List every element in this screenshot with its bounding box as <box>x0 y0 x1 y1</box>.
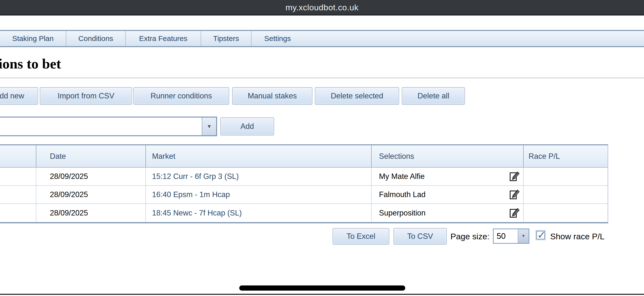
column-header-market: Market <box>146 145 372 167</box>
tab-staking-plan[interactable]: Staking Plan <box>0 31 66 46</box>
bottom-edge-line <box>0 294 644 295</box>
table-row: 28/09/2025 16:40 Epsm - 1m Hcap Falmouth… <box>0 186 608 204</box>
button-label: To CSV <box>407 232 433 241</box>
tab-label: Conditions <box>78 34 113 43</box>
column-header-race-pl: Race P/L <box>524 145 608 167</box>
selection-combobox-input[interactable] <box>0 118 216 135</box>
selection-text: Superposition <box>379 209 426 218</box>
table-row: 28/09/2025 15:12 Curr - 6f Grp 3 (SL) My… <box>0 168 608 186</box>
tab-extra-features[interactable]: Extra Features <box>126 31 201 46</box>
tab-label: Tipsters <box>213 34 239 43</box>
market-link[interactable]: 15:12 Curr - 6f Grp 3 (SL) <box>152 172 239 181</box>
to-csv-button[interactable]: To CSV <box>394 228 447 245</box>
tab-label: Staking Plan <box>12 34 54 43</box>
column-header-checkbox <box>0 145 36 167</box>
title-divider <box>0 77 644 78</box>
show-race-pl-label: Show race P/L <box>550 228 604 245</box>
selection-text: My Mate Alfie <box>379 172 425 181</box>
button-label: Delete selected <box>331 92 384 100</box>
show-race-pl-checkbox[interactable]: ✓ <box>536 231 545 239</box>
date-cell: 28/09/2025 <box>36 186 146 204</box>
edit-selection-icon[interactable] <box>509 189 520 200</box>
page-size-dropdown-button[interactable]: ▼ <box>518 229 528 243</box>
checkbox-cell <box>0 204 36 222</box>
tab-label: Settings <box>264 34 291 43</box>
race-pl-cell <box>524 168 608 185</box>
selections-table: Date Market Selections Race P/L 28/09/20… <box>0 144 608 223</box>
runner-conditions-button[interactable]: Runner conditions <box>133 87 229 105</box>
market-cell: 16:40 Epsm - 1m Hcap <box>146 186 372 204</box>
button-label: Add <box>240 122 254 131</box>
chevron-down-icon: ▼ <box>522 234 526 239</box>
add-new-button[interactable]: dd new <box>0 87 38 105</box>
nav-tab-bar: Staking Plan Conditions Extra Features T… <box>0 30 644 47</box>
tab-label: Extra Features <box>139 34 188 43</box>
edit-selection-icon[interactable] <box>509 171 520 182</box>
market-link[interactable]: 16:40 Epsm - 1m Hcap <box>152 190 230 199</box>
manual-stakes-button[interactable]: Manual stakes <box>232 87 312 105</box>
column-header-selections: Selections <box>372 145 524 167</box>
delete-selected-button[interactable]: Delete selected <box>315 87 399 105</box>
chevron-down-icon: ▼ <box>207 123 212 129</box>
column-header-date: Date <box>36 145 146 167</box>
selection-cell: Superposition <box>372 204 524 222</box>
tab-settings[interactable]: Settings <box>252 31 304 46</box>
selection-text: Falmouth Lad <box>379 190 426 199</box>
selection-cell: My Mate Alfie <box>372 168 524 185</box>
tab-tipsters[interactable]: Tipsters <box>201 31 252 46</box>
market-cell: 15:12 Curr - 6f Grp 3 (SL) <box>146 168 372 185</box>
checkbox-cell <box>0 168 36 185</box>
page-size-select[interactable]: 50 ▼ <box>493 229 529 244</box>
edit-selection-icon[interactable] <box>509 207 520 219</box>
race-pl-cell <box>524 186 608 204</box>
race-pl-cell <box>524 204 608 222</box>
table-row: 28/09/2025 18:45 Newc - 7f Hcap (SL) Sup… <box>0 204 608 222</box>
tab-bar-filler <box>304 31 644 46</box>
home-indicator-bar[interactable] <box>239 286 405 291</box>
button-label: Import from CSV <box>58 92 114 100</box>
selection-combobox[interactable]: ▼ <box>0 117 217 136</box>
selection-cell: Falmouth Lad <box>372 186 524 204</box>
button-label: Delete all <box>418 92 449 100</box>
button-label: dd new <box>0 92 24 100</box>
combobox-dropdown-button[interactable]: ▼ <box>202 118 216 135</box>
market-cell: 18:45 Newc - 7f Hcap (SL) <box>146 204 372 222</box>
browser-title-bar: my.xcloudbot.co.uk <box>0 0 644 15</box>
date-cell: 28/09/2025 <box>36 168 146 185</box>
button-label: Manual stakes <box>248 92 297 100</box>
market-link[interactable]: 18:45 Newc - 7f Hcap (SL) <box>152 209 242 218</box>
address-text: my.xcloudbot.co.uk <box>286 3 358 12</box>
date-cell: 28/09/2025 <box>36 204 146 222</box>
add-button[interactable]: Add <box>220 117 274 135</box>
delete-all-button[interactable]: Delete all <box>402 87 465 105</box>
tab-conditions[interactable]: Conditions <box>66 31 126 46</box>
button-label: Runner conditions <box>150 92 212 100</box>
screen: my.xcloudbot.co.uk Staking Plan Conditio… <box>0 0 644 296</box>
table-header-row: Date Market Selections Race P/L <box>0 145 608 168</box>
import-from-csv-button[interactable]: Import from CSV <box>40 87 132 105</box>
page-title: ions to bet <box>0 56 61 72</box>
checkbox-cell <box>0 186 36 204</box>
page-size-label: Page size: <box>450 228 490 245</box>
to-excel-button[interactable]: To Excel <box>332 228 389 245</box>
page-size-value: 50 <box>497 229 506 243</box>
checkmark-icon: ✓ <box>537 229 546 241</box>
button-label: To Excel <box>346 232 375 241</box>
